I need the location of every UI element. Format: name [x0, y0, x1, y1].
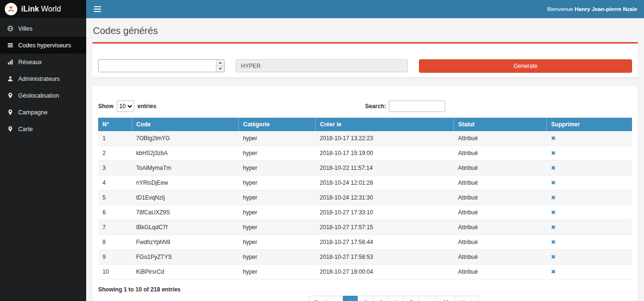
app-logo-icon: [5, 3, 17, 15]
cell-category: hyper: [238, 265, 316, 279]
cell-n: 3: [98, 161, 132, 176]
marker-icon: [7, 109, 13, 115]
cell-status: Attribué: [454, 220, 547, 235]
stepper-up-icon[interactable]: [216, 60, 224, 66]
table-info: Showing 1 to 10 of 218 entries: [98, 286, 632, 293]
list-icon: [7, 42, 13, 48]
pagination-page-1[interactable]: 1: [343, 296, 359, 301]
codes-panel: Show 10 entries Search: N°CodeCatégorieC…: [92, 86, 638, 301]
cell-created: 2018-10-27 18:00:04: [316, 265, 454, 279]
sidebar-item-label: Réseaux: [18, 59, 42, 66]
cell-delete: ✖: [547, 161, 632, 176]
cell-status: Attribué: [454, 265, 547, 279]
delete-icon[interactable]: ✖: [551, 268, 556, 275]
cell-code: nYRlsDjEew: [132, 176, 238, 190]
cell-created: 2018-10-17 13:22:23: [316, 131, 454, 146]
delete-icon[interactable]: ✖: [551, 209, 556, 216]
column-header-4[interactable]: Statut: [454, 118, 547, 131]
column-header-2[interactable]: Catégorie: [238, 118, 316, 131]
cell-category: hyper: [238, 235, 316, 250]
cell-created: 2018-10-27 17:58:44: [316, 235, 454, 250]
cell-category: hyper: [238, 205, 316, 220]
top-bar: iLink World Bienvenue Hanry Jean-pierre …: [0, 0, 644, 18]
show-label: Show: [98, 103, 113, 110]
pagination-page-2[interactable]: 2: [358, 296, 373, 301]
sidebar-item-label: Géolocalisation: [18, 92, 59, 99]
sidebar-item-administrateurs[interactable]: Administrateurs: [0, 70, 86, 87]
codes-table-body: 17OBtg2lmYGhyper2018-10-17 13:22:23Attri…: [98, 131, 632, 279]
cell-category: hyper: [238, 190, 316, 205]
brand-title: iLink World: [21, 5, 61, 13]
category-input[interactable]: [236, 59, 408, 72]
cell-category: hyper: [238, 131, 316, 146]
table-row: 3ToAiMymaTmhyper2018-10-22 11:57:14Attri…: [98, 161, 632, 176]
cell-n: 9: [98, 250, 132, 265]
sidebar-item-label: Administrateurs: [18, 76, 60, 82]
delete-icon[interactable]: ✖: [551, 239, 556, 245]
search-input[interactable]: [389, 100, 445, 112]
cell-category: hyper: [238, 250, 316, 265]
sidebar-item-label: Campagne: [18, 109, 47, 116]
cell-category: hyper: [238, 220, 316, 235]
stepper-down-icon[interactable]: [216, 66, 224, 72]
delete-icon[interactable]: ✖: [551, 254, 556, 260]
table-row: 2kbHS2j3zbAhyper2018-10-17 15:19:00Attri…: [98, 146, 632, 161]
column-header-0[interactable]: N°: [98, 118, 132, 131]
pagination-page-3[interactable]: 3: [373, 296, 389, 301]
delete-icon[interactable]: ✖: [551, 165, 556, 171]
user-menu[interactable]: Bienvenue Hanry Jean-pierre Nzale: [547, 6, 637, 12]
cell-delete: ✖: [547, 235, 632, 250]
page-size-select[interactable]: 10: [117, 100, 134, 112]
generate-button[interactable]: Generate: [419, 59, 632, 73]
pagination: Previous12345…22Next: [127, 296, 644, 301]
cell-status: Attribué: [454, 176, 547, 190]
pagination-next[interactable]: Next: [454, 296, 479, 301]
pagination-previous[interactable]: Previous: [308, 296, 343, 301]
search-control: Search:: [365, 100, 633, 112]
cell-created: 2018-10-27 17:33:10: [316, 205, 454, 220]
page-length-control: Show 10 entries: [98, 100, 365, 112]
pagination-page-22[interactable]: 22: [436, 296, 455, 301]
cell-created: 2018-10-22 11:57:14: [316, 161, 454, 176]
column-header-3[interactable]: Créer le: [316, 118, 454, 131]
column-header-5[interactable]: Supprimer: [547, 118, 632, 131]
cell-n: 10: [98, 265, 132, 279]
delete-icon[interactable]: ✖: [551, 179, 556, 186]
cell-delete: ✖: [547, 250, 632, 265]
sidebar-item-campagne[interactable]: Campagne: [0, 104, 86, 121]
user-icon: [7, 76, 13, 82]
sidebar-toggle-icon[interactable]: [93, 4, 102, 14]
marker-icon: [7, 126, 13, 132]
pagination-ellipsis[interactable]: …: [418, 296, 437, 301]
delete-icon[interactable]: ✖: [551, 150, 556, 156]
cell-category: hyper: [238, 176, 316, 190]
cell-code: tD1EvqNzIj: [132, 190, 238, 205]
delete-icon[interactable]: ✖: [551, 224, 556, 231]
cell-code: ToAiMymaTm: [132, 161, 238, 176]
cell-code: IBkGLqdC7f: [132, 220, 238, 235]
cell-n: 4: [98, 176, 132, 190]
delete-icon[interactable]: ✖: [551, 194, 556, 201]
delete-icon[interactable]: ✖: [551, 135, 556, 142]
table-row: 678fCaUXZ9Shyper2018-10-27 17:33:10Attri…: [98, 205, 632, 220]
sidebar-item-codes-hyperviseurs[interactable]: Codes hyperviseurs: [0, 37, 86, 54]
code-count-field: [98, 59, 225, 72]
cell-n: 2: [98, 146, 132, 161]
sidebar-item-villes[interactable]: Villes: [0, 20, 86, 37]
cell-code: KiBPirsrCd: [132, 265, 238, 279]
sidebar-item-carte[interactable]: Carte: [0, 121, 86, 137]
sidebar-item-label: Villes: [18, 25, 33, 32]
chart-icon: [7, 59, 13, 65]
pagination-page-5[interactable]: 5: [403, 296, 419, 301]
brand-logo-link[interactable]: iLink World: [0, 0, 86, 18]
cell-status: Attribué: [454, 205, 547, 220]
sidebar-item-geolocalisation[interactable]: Géolocalisation: [0, 87, 86, 104]
number-stepper: [216, 60, 224, 72]
table-row: 7IBkGLqdC7fhyper2018-10-27 17:57:15Attri…: [98, 220, 632, 235]
code-count-input[interactable]: [99, 60, 216, 72]
table-row: 8FwdhzYphN9hyper2018-10-27 17:58:44Attri…: [98, 235, 632, 250]
pagination-page-4[interactable]: 4: [388, 296, 404, 301]
column-header-1[interactable]: Code: [132, 118, 238, 131]
sidebar-item-reseaux[interactable]: Réseaux: [0, 54, 86, 70]
cell-delete: ✖: [547, 146, 632, 161]
